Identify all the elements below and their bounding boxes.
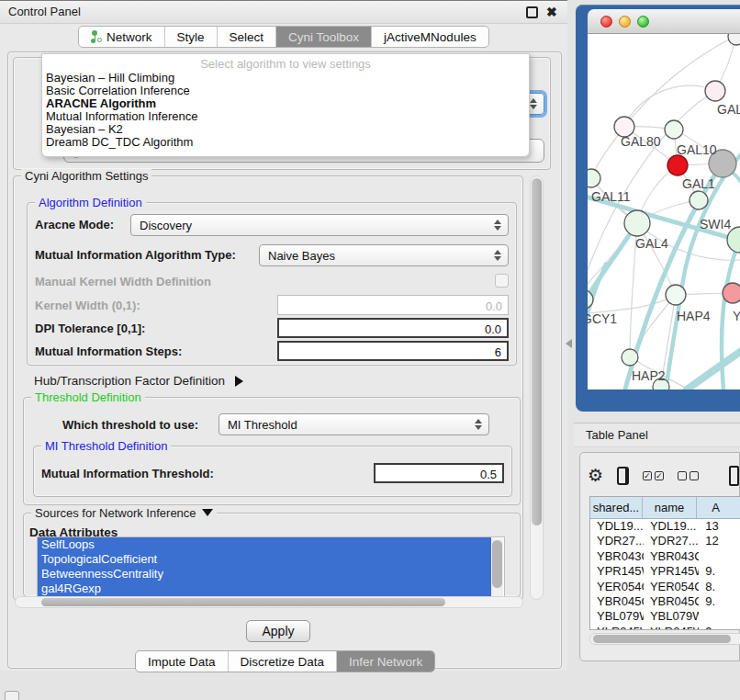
algorithm-dropdown-popup: Select algorithm to view settings Bayesi… [41,53,530,157]
list-item[interactable]: gal4RGexp [38,581,491,596]
node-gal-pink[interactable] [705,81,725,101]
table-row[interactable]: YER054CYER054C8. [590,580,740,594]
table-row[interactable]: YBR043CYBR043C [590,549,740,564]
table-row[interactable]: YBL079WYBL079W [590,609,740,624]
split-columns-icon[interactable] [617,467,629,485]
node-hap4[interactable] [666,285,686,305]
control-panel-title: Control Panel [8,5,81,18]
column-header-partial[interactable]: A [697,497,740,518]
data-attributes-list: SelfLoops TopologicalCoefficient Between… [37,536,505,598]
node-gal1[interactable] [667,155,688,175]
network-view-window[interactable]: GAL GAL80 GAL10 GAL1 GAL11 SWI4 GAL4 GCY… [576,5,740,412]
node-gal4[interactable] [624,210,650,236]
mac-close-icon[interactable] [600,16,612,28]
list-item[interactable]: SelfLoops [38,537,491,552]
manual-kernel-width-checkbox[interactable] [495,274,509,288]
new-table-icon[interactable] [729,466,739,486]
mi-algorithm-type-combo[interactable]: Naive Bayes [259,244,509,266]
settings-horizontal-scrollbar[interactable] [15,596,523,608]
list-scrollbar[interactable] [491,538,503,596]
which-threshold-label: Which threshold to use: [62,418,198,432]
column-header-shared-name[interactable]: shared... [590,497,643,518]
tab-network[interactable]: Network [79,27,165,47]
node-label: GAL4 [635,236,668,251]
tab-jactivemnodules[interactable]: jActiveMNodules [372,27,488,47]
node-salmon[interactable] [723,283,740,303]
mi-threshold-definition-group: MI Threshold Definition Mutual Informati… [33,446,512,497]
tab-infer-network[interactable]: Infer Network [337,651,434,672]
tab-select[interactable]: Select [218,27,277,47]
dpi-tolerance-label: DPI Tolerance [0,1]: [35,322,145,335]
split-pane-collapse-arrow[interactable] [561,339,572,348]
list-item[interactable]: TopologicalCoefficient [38,552,491,567]
tab-discretize-data[interactable]: Discretize Data [229,651,338,672]
node-gal11[interactable] [588,169,600,187]
network-icon [91,30,102,43]
tab-cyni-toolbox[interactable]: Cyni Toolbox [276,27,372,47]
table-row[interactable]: YDR27...YDR27...12 [590,534,740,548]
table-row[interactable]: YBR045CYBR045C9. [590,594,740,609]
control-panel-tabs: Network Style Select Cyni Toolbox jActiv… [78,26,489,48]
node-gal10[interactable] [665,120,683,139]
float-window-icon[interactable] [526,6,538,18]
mac-zoom-icon[interactable] [637,16,649,28]
popup-item-bayesian-k2[interactable]: Bayesian – K2 [45,123,526,136]
table-row[interactable]: YLR345WYLR345W9. [590,625,740,630]
minimized-panel-icon[interactable] [5,691,19,700]
node-label: GAL [717,102,740,117]
list-item[interactable]: BetweennessCentrality [38,567,491,581]
node-unlabeled-top[interactable] [728,34,740,45]
node-label: GAL11 [591,189,631,204]
control-panel-window: Control Panel ✖ Network Style Select Cyn… [0,0,567,671]
mac-minimize-icon[interactable] [619,16,631,28]
table-panel-titlebar: Table Panel [574,423,740,447]
table-horizontal-scrollbar[interactable] [589,633,740,645]
mi-threshold-field[interactable] [374,463,504,483]
combo-stepper-icon [473,416,484,433]
tab-style[interactable]: Style [165,27,218,47]
screen: Control Panel ✖ Network Style Select Cyn… [0,0,740,700]
deselect-all-columns-icon[interactable] [678,471,699,480]
node-label: Y [733,309,740,323]
popup-item-aracne[interactable]: ARACNE Algorithm [45,97,526,110]
aracne-mode-combo[interactable]: Discovery [130,214,509,236]
column-header-name[interactable]: name [643,497,697,518]
algorithm-definition-title: Algorithm Definition [35,196,146,209]
sources-title[interactable]: Sources for Network Inference [31,506,217,520]
expanded-arrow-icon [202,509,213,522]
bottom-tab-strip: Impute Data Discretize Data Infer Networ… [135,650,435,672]
popup-item-basic-correlation[interactable]: Basic Correlation Inference [45,85,526,97]
hub-tf-definition-toggle[interactable]: Hub/Transcription Factor Definition [34,372,249,389]
node-label: GAL1 [682,176,715,191]
threshold-definition-title: Threshold Definition [31,390,145,404]
mi-threshold-definition-title: MI Threshold Definition [41,439,171,453]
popup-item-bayesian-hill-climbing[interactable]: Bayesian – Hill Climbing [45,72,526,85]
tab-impute-data[interactable]: Impute Data [136,651,229,672]
table-row[interactable]: YDL19...YDL19...13 [590,519,740,534]
node-label: HAP4 [677,309,711,323]
threshold-definition-group: Threshold Definition Which threshold to … [23,397,521,505]
apply-button[interactable]: Apply [246,620,310,642]
table-panel: ⚙ ✓✓ shared... name A YDL19...YDL19...13… [579,452,740,661]
close-icon[interactable]: ✖ [546,6,558,18]
network-canvas[interactable]: GAL GAL80 GAL10 GAL1 GAL11 SWI4 GAL4 GCY… [588,34,740,390]
kernel-width-field[interactable] [277,295,509,315]
manual-kernel-width-label: Manual Kernel Width Definition [35,275,211,288]
table-header-row: shared... name A [590,497,740,519]
table-toolbar: ⚙ ✓✓ [588,460,739,491]
table-panel-title: Table Panel [586,428,648,442]
mi-steps-field[interactable] [277,341,509,361]
select-all-columns-icon[interactable]: ✓✓ [643,471,664,480]
network-graph: GAL GAL80 GAL10 GAL1 GAL11 SWI4 GAL4 GCY… [588,34,740,390]
dpi-tolerance-field[interactable] [277,318,509,338]
node-hap2[interactable] [622,349,638,366]
settings-vertical-scrollbar[interactable] [530,175,544,600]
gear-icon[interactable]: ⚙ [588,467,603,485]
which-threshold-combo[interactable]: MI Threshold [219,413,489,435]
table-row[interactable]: YPR145WYPR145W9. [590,564,740,579]
popup-item-dream8[interactable]: Dream8 DC_TDC Algorithm [45,136,526,149]
popup-item-mutual-information[interactable]: Mutual Information Inference [45,110,526,123]
combo-stepper-icon [492,247,503,264]
node-green-small[interactable] [690,191,708,209]
mi-algorithm-type-label: Mutual Information Algorithm Type: [35,248,236,262]
